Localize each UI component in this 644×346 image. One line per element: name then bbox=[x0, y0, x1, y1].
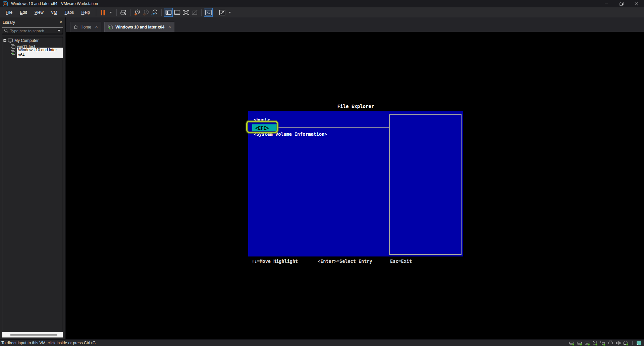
toolbar-separator bbox=[116, 9, 117, 16]
hard-disk-icon[interactable] bbox=[577, 340, 582, 346]
fullscreen-icon bbox=[219, 10, 225, 15]
annotation-highlight-box bbox=[246, 121, 278, 133]
window-controls bbox=[599, 0, 644, 7]
sound-icon[interactable] bbox=[615, 340, 621, 346]
vm-console-screen[interactable]: File Explorer <boot> <EFI> <System Volum… bbox=[66, 32, 644, 339]
library-search-box[interactable] bbox=[2, 27, 63, 34]
console-view-icon bbox=[205, 10, 212, 15]
window-title: Windows 10 and later x64 - VMware Workst… bbox=[11, 1, 98, 6]
vm-running-icon bbox=[108, 24, 113, 30]
tab-close-icon[interactable]: ✕ bbox=[168, 25, 171, 29]
fit-guest-icon bbox=[183, 10, 189, 15]
library-panel-icon bbox=[165, 10, 172, 15]
file-explorer-panel: <boot> <EFI> <System Volume Information> bbox=[248, 111, 463, 256]
computer-icon bbox=[8, 38, 13, 43]
scrollbar-thumb[interactable] bbox=[10, 334, 57, 336]
close-button[interactable] bbox=[629, 0, 644, 7]
take-snapshot-button[interactable] bbox=[133, 8, 142, 17]
minimize-button[interactable] bbox=[599, 0, 614, 7]
content-area: Home ✕ Windows 10 and later x64 ✕ File E… bbox=[66, 17, 644, 339]
free-stretch-button bbox=[190, 8, 199, 17]
toolbar-separator bbox=[161, 9, 162, 16]
toolbar-separator bbox=[215, 9, 215, 16]
usb-device-icon[interactable] bbox=[623, 340, 629, 346]
network-adapter-icon[interactable] bbox=[600, 340, 605, 346]
panel-divider-line bbox=[278, 127, 389, 128]
title-bar: Windows 10 and later x64 - VMware Workst… bbox=[0, 0, 644, 7]
menu-tabs[interactable]: Tabs bbox=[61, 7, 78, 17]
menu-vm[interactable]: VM bbox=[47, 7, 61, 17]
take-snapshot-icon bbox=[134, 9, 141, 16]
show-console-view-button[interactable] bbox=[204, 8, 213, 17]
tab-close-icon[interactable]: ✕ bbox=[95, 25, 98, 29]
toolbar-separator bbox=[130, 9, 130, 16]
status-message: To direct input to this VM, click inside… bbox=[1, 341, 569, 345]
printer-icon[interactable] bbox=[608, 340, 613, 346]
device-status-icons bbox=[569, 340, 641, 346]
tree-horizontal-scrollbar[interactable] bbox=[2, 332, 63, 337]
menu-file[interactable]: File bbox=[2, 7, 16, 17]
help-move-highlight: ↑↓=Move Highlight bbox=[252, 258, 298, 264]
tab-bar: Home ✕ Windows 10 and later x64 ✕ bbox=[66, 17, 644, 32]
hard-disk-icon[interactable] bbox=[569, 340, 575, 346]
search-input[interactable] bbox=[10, 29, 56, 33]
enter-fullscreen-button[interactable] bbox=[218, 8, 226, 17]
library-title: Library bbox=[3, 20, 59, 25]
vm-running-icon bbox=[10, 50, 16, 55]
file-explorer-title: File Explorer bbox=[248, 104, 463, 109]
tree-empty-space bbox=[2, 55, 63, 332]
pause-icon bbox=[100, 10, 106, 15]
free-stretch-disabled-icon bbox=[192, 10, 198, 15]
menu-edit[interactable]: Edit bbox=[16, 7, 31, 17]
pause-options-caret-icon[interactable] bbox=[109, 12, 112, 13]
library-close-icon[interactable]: ✕ bbox=[59, 20, 62, 24]
thumbnail-bar-icon bbox=[174, 10, 180, 15]
main-area: Library ✕ My Co bbox=[0, 17, 644, 339]
search-icon bbox=[4, 28, 8, 33]
cd-dvd-icon[interactable] bbox=[592, 340, 598, 346]
status-separator bbox=[632, 341, 633, 345]
menu-bar: File Edit View VM Tabs Help bbox=[0, 7, 644, 17]
snapshot-manager-icon bbox=[151, 9, 158, 16]
tree-expander-icon[interactable] bbox=[3, 39, 6, 42]
fullscreen-options-caret-icon[interactable] bbox=[228, 12, 231, 13]
vmware-logo-icon bbox=[3, 1, 8, 6]
tab-label: Home bbox=[80, 25, 91, 30]
status-bar: To direct input to this VM, click inside… bbox=[0, 339, 644, 346]
tree-item-windows-10-and-later-x64[interactable]: Windows 10 and later x64 bbox=[2, 50, 63, 55]
vm-icon bbox=[10, 44, 16, 49]
revert-snapshot-icon bbox=[143, 9, 150, 16]
tab-windows-10-and-later-x64[interactable]: Windows 10 and later x64 ✕ bbox=[104, 22, 174, 32]
hard-disk-icon[interactable] bbox=[585, 340, 590, 346]
file-explorer-side-panel bbox=[389, 114, 462, 255]
tab-label: Windows 10 and later x64 bbox=[115, 25, 164, 30]
help-select-entry: <Enter>=Select Entry bbox=[318, 258, 372, 264]
menu-help[interactable]: Help bbox=[77, 7, 94, 17]
snapshot-manager-button[interactable] bbox=[150, 8, 159, 17]
message-log-icon[interactable] bbox=[636, 340, 641, 345]
library-panel: Library ✕ My Co bbox=[0, 17, 66, 339]
tree-item-label: My Computer bbox=[14, 38, 39, 43]
menu-view[interactable]: View bbox=[31, 7, 47, 17]
tab-home[interactable]: Home ✕ bbox=[70, 22, 101, 32]
tree-item-my-computer[interactable]: My Computer bbox=[2, 38, 63, 43]
send-ctrl-alt-del-button[interactable] bbox=[119, 8, 128, 17]
toolbar-separator bbox=[201, 9, 202, 16]
search-dropdown-caret-icon[interactable] bbox=[57, 30, 61, 32]
toolbar-separator bbox=[96, 9, 96, 16]
show-thumbnail-bar-button[interactable] bbox=[173, 8, 181, 17]
pause-button[interactable] bbox=[99, 8, 107, 17]
help-esc-exit: Esc=Exit bbox=[390, 258, 412, 264]
library-tree: My Computer win11-test Windows 10 a bbox=[2, 37, 63, 338]
home-icon bbox=[73, 25, 78, 29]
vmware-workstation-window: Windows 10 and later x64 - VMware Workst… bbox=[0, 0, 644, 346]
restore-button[interactable] bbox=[614, 0, 629, 7]
ctrl-alt-del-icon bbox=[120, 9, 127, 16]
fit-guest-now-button[interactable] bbox=[181, 8, 190, 17]
revert-snapshot-button bbox=[142, 8, 150, 17]
library-header: Library ✕ bbox=[0, 17, 65, 26]
show-library-button[interactable] bbox=[164, 8, 173, 17]
